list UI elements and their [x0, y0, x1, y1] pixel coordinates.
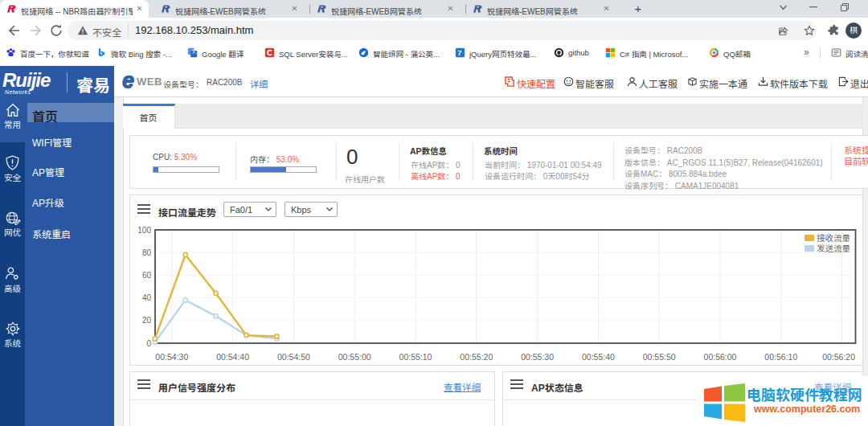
svg-text:00:55:10: 00:55:10 — [399, 352, 432, 362]
svg-text:7: 7 — [457, 49, 461, 57]
svg-text:00:54:40: 00:54:40 — [216, 352, 249, 362]
svg-text:80: 80 — [142, 248, 152, 257]
svg-text:00:56:20: 00:56:20 — [822, 352, 855, 362]
svg-text:00:56:10: 00:56:10 — [764, 352, 797, 362]
svg-text:00:54:30: 00:54:30 — [155, 352, 188, 362]
svg-text:接收流量: 接收流量 — [817, 233, 850, 243]
svg-text:00:55:30: 00:55:30 — [521, 352, 554, 362]
svg-text:100: 100 — [137, 226, 151, 235]
svg-text:00:56:00: 00:56:00 — [704, 352, 737, 362]
svg-text:0: 0 — [146, 339, 151, 348]
svg-text:20: 20 — [142, 316, 152, 325]
svg-text:60: 60 — [142, 271, 152, 280]
svg-text:发送流量: 发送流量 — [817, 244, 850, 253]
svg-text:00:55:40: 00:55:40 — [582, 352, 615, 362]
svg-text:文: 文 — [191, 48, 197, 54]
svg-text:00:55:20: 00:55:20 — [460, 352, 493, 362]
svg-text:00:55:50: 00:55:50 — [643, 352, 676, 362]
svg-text:40: 40 — [142, 293, 152, 302]
svg-text:00:55:00: 00:55:00 — [338, 352, 371, 362]
svg-text:00:54:50: 00:54:50 — [277, 352, 310, 362]
